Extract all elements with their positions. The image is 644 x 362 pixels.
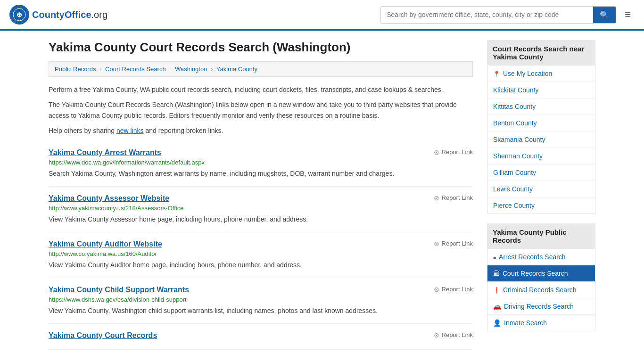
report-icon-0: ⊗ <box>434 148 439 156</box>
sidebar-item-driving-records[interactable]: 🚗 Driving Records Search <box>487 298 595 315</box>
breadcrumb: Public Records › Court Records Search › … <box>49 61 473 77</box>
description-2: The Yakima County Court Records Search (… <box>49 99 473 121</box>
result-header: Yakima County Child Support Warrants ⊗ R… <box>49 286 473 296</box>
description-1: Perform a free Yakima County, WA public … <box>49 84 473 95</box>
result-title-4[interactable]: Yakima County Court Records <box>49 331 157 340</box>
search-bar: 🔍 <box>380 6 616 24</box>
page-title: Yakima County Court Records Search (Wash… <box>49 40 473 55</box>
sidebar: Court Records Search near Yakima County … <box>487 40 595 350</box>
sidebar-public-records-list: Arrest Records Search 🏛 Court Records Se… <box>487 249 595 331</box>
report-label-4: Report Link <box>442 331 473 338</box>
report-icon-2: ⊗ <box>434 240 439 247</box>
result-item: Yakima County Arrest Warrants ⊗ Report L… <box>49 141 473 187</box>
result-item: Yakima County Child Support Warrants ⊗ R… <box>49 278 473 324</box>
report-label-3: Report Link <box>442 286 473 293</box>
sidebar-public-records-title: Yakima County Public Records <box>487 223 595 249</box>
breadcrumb-yakima-county[interactable]: Yakima County <box>216 66 257 73</box>
logo-text[interactable]: CountyOffice.org <box>32 9 107 20</box>
inmate-icon: 👤 <box>493 319 501 327</box>
result-title-2[interactable]: Yakima County Auditor Website <box>49 240 162 248</box>
new-links-link[interactable]: new links <box>116 127 144 134</box>
criminal-icon <box>493 286 500 294</box>
sidebar-nearby-list: Use My Location Klickitat County Kittita… <box>487 66 595 214</box>
search-icon: 🔍 <box>600 11 609 19</box>
result-item: Yakima County Assessor Website ⊗ Report … <box>49 187 473 232</box>
arrest-icon <box>493 253 496 261</box>
result-desc-2: View Yakima County Auditor home page, in… <box>49 260 473 270</box>
logo-area: ⊕ CountyOffice.org <box>9 5 107 25</box>
sidebar-nearby-title: Court Records Search near Yakima County <box>487 40 595 66</box>
report-icon-1: ⊗ <box>434 194 439 202</box>
report-link-3[interactable]: ⊗ Report Link <box>434 286 473 293</box>
sidebar-item-arrest-records[interactable]: Arrest Records Search <box>487 249 595 265</box>
sidebar-item-pierce[interactable]: Pierce County <box>487 197 595 214</box>
sidebar-item-court-records[interactable]: 🏛 Court Records Search <box>487 265 595 282</box>
sidebar-item-kittitas[interactable]: Kittitas County <box>487 99 595 115</box>
report-icon-4: ⊗ <box>434 331 439 339</box>
site-header: ⊕ CountyOffice.org 🔍 ≡ <box>0 0 644 31</box>
result-title-1[interactable]: Yakima County Assessor Website <box>49 194 169 203</box>
result-header: Yakima County Court Records ⊗ Report Lin… <box>49 331 473 342</box>
result-item: Yakima County Court Records ⊗ Report Lin… <box>49 324 473 350</box>
svg-text:⊕: ⊕ <box>17 11 22 18</box>
result-desc-1: View Yakima County Assessor home page, i… <box>49 214 473 224</box>
content-area: Yakima County Court Records Search (Wash… <box>49 40 473 350</box>
main-container: Yakima County Court Records Search (Wash… <box>39 31 605 359</box>
result-url-3: https://www.dshs.wa.gov/esa/division-chi… <box>49 296 473 303</box>
hamburger-menu-button[interactable]: ≡ <box>621 8 635 22</box>
results-list: Yakima County Arrest Warrants ⊗ Report L… <box>49 141 473 350</box>
driving-icon: 🚗 <box>493 303 501 310</box>
report-label-2: Report Link <box>442 240 473 247</box>
report-link-4[interactable]: ⊗ Report Link <box>434 331 473 339</box>
report-label-0: Report Link <box>442 148 473 156</box>
sidebar-item-benton[interactable]: Benton County <box>487 115 595 132</box>
result-url-1: http://www.yakimacounty.us/218/Assessors… <box>49 205 473 212</box>
breadcrumb-public-records[interactable]: Public Records <box>55 66 96 73</box>
result-url-2: http://www.co.yakima.wa.us/160/Auditor <box>49 250 473 257</box>
sidebar-item-use-my-location[interactable]: Use My Location <box>487 66 595 82</box>
sidebar-item-gilliam[interactable]: Gilliam County <box>487 165 595 181</box>
breadcrumb-washington[interactable]: Washington <box>175 66 207 73</box>
description-3: Help others by sharing new links and rep… <box>49 125 473 136</box>
sidebar-nearby-section: Court Records Search near Yakima County … <box>487 40 595 214</box>
report-link-2[interactable]: ⊗ Report Link <box>434 240 473 247</box>
sidebar-item-criminal-records[interactable]: Criminal Records Search <box>487 282 595 298</box>
result-title-0[interactable]: Yakima County Arrest Warrants <box>49 148 161 157</box>
result-title-3[interactable]: Yakima County Child Support Warrants <box>49 286 189 294</box>
logo-icon: ⊕ <box>9 5 29 25</box>
sidebar-item-sherman[interactable]: Sherman County <box>487 148 595 165</box>
sidebar-item-klickitat[interactable]: Klickitat County <box>487 82 595 99</box>
sidebar-item-skamania[interactable]: Skamania County <box>487 132 595 148</box>
report-link-1[interactable]: ⊗ Report Link <box>434 194 473 202</box>
result-desc-3: View Yakima County, Washington child sup… <box>49 306 473 316</box>
report-icon-3: ⊗ <box>434 286 439 293</box>
search-button[interactable]: 🔍 <box>593 7 616 23</box>
report-label-1: Report Link <box>442 194 473 201</box>
sidebar-item-lewis[interactable]: Lewis County <box>487 181 595 197</box>
result-url-0: https://www.doc.wa.gov/information/warra… <box>49 159 473 166</box>
result-header: Yakima County Arrest Warrants ⊗ Report L… <box>49 148 473 159</box>
result-header: Yakima County Assessor Website ⊗ Report … <box>49 194 473 205</box>
court-icon: 🏛 <box>493 270 500 277</box>
result-desc-0: Search Yakima County, Washington arrest … <box>49 169 473 179</box>
header-right: 🔍 ≡ <box>380 6 635 24</box>
sidebar-item-inmate-search[interactable]: 👤 Inmate Search <box>487 315 595 331</box>
location-icon <box>493 70 500 77</box>
result-item: Yakima County Auditor Website ⊗ Report L… <box>49 232 473 278</box>
search-input[interactable] <box>381 7 593 23</box>
result-header: Yakima County Auditor Website ⊗ Report L… <box>49 240 473 250</box>
sidebar-public-records-section: Yakima County Public Records Arrest Reco… <box>487 223 595 331</box>
report-link-0[interactable]: ⊗ Report Link <box>434 148 473 156</box>
breadcrumb-court-records-search[interactable]: Court Records Search <box>105 66 166 73</box>
